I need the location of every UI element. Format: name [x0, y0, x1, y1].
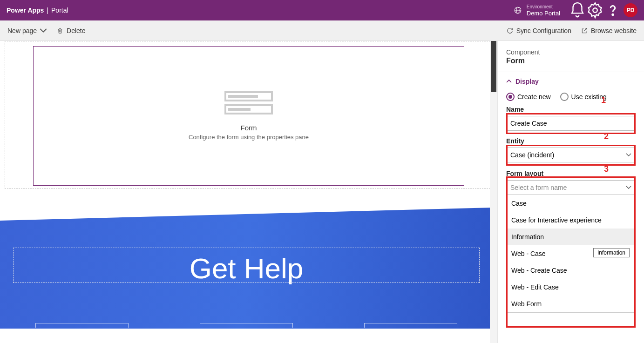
avatar[interactable]: PD	[624, 3, 637, 17]
form-layout-option[interactable]: Web - CaseInformation	[507, 245, 635, 262]
hero-text-zone[interactable]	[13, 248, 480, 283]
canvas-scrollbar[interactable]	[490, 41, 497, 343]
page-title: Portal	[51, 7, 68, 14]
form-layout-placeholder: Select a form name	[510, 184, 567, 191]
display-label: Display	[515, 78, 539, 85]
sync-button[interactable]: Sync Configuration	[502, 20, 576, 40]
help-button[interactable]	[604, 0, 622, 20]
svg-point-3	[593, 8, 597, 13]
question-icon	[604, 1, 622, 19]
component-value: Form	[506, 57, 636, 65]
form-layout-option[interactable]: Web - Edit Case	[507, 279, 635, 296]
radio-use-existing[interactable]: Use existing	[560, 93, 607, 101]
name-input[interactable]	[506, 116, 636, 131]
form-icon	[224, 91, 273, 114]
canvas-section[interactable]: Form Configure the form using the proper…	[5, 41, 493, 189]
form-component[interactable]: Form Configure the form using the proper…	[33, 46, 464, 186]
svg-point-4	[612, 14, 614, 15]
tooltip: Information	[593, 248, 630, 257]
delete-label: Delete	[67, 27, 85, 34]
hero-section[interactable]: Get Help	[0, 208, 493, 329]
globe-icon	[514, 6, 522, 14]
command-bar: New page Delete Sync Configuration Brows…	[0, 20, 644, 41]
gear-icon	[586, 1, 604, 19]
name-label: Name	[506, 106, 636, 113]
radio-create-new[interactable]: Create new	[506, 93, 551, 101]
new-page-label: New page	[7, 27, 37, 34]
brand-divider: |	[47, 7, 48, 14]
chevron-up-icon	[506, 79, 512, 84]
component-label: Component	[506, 48, 636, 56]
new-page-button[interactable]: New page	[3, 20, 52, 40]
refresh-icon	[506, 27, 514, 34]
trash-icon	[56, 27, 64, 34]
brand: Power Apps	[7, 7, 44, 14]
entity-label: Entity	[506, 137, 636, 145]
form-layout-option[interactable]: Information	[507, 229, 635, 245]
properties-panel: Component Form Display Create new Use ex…	[497, 41, 644, 343]
entity-value: Case (incident)	[510, 151, 554, 159]
settings-button[interactable]	[586, 0, 604, 20]
app-header: Power Apps | Portal Environment Demo Por…	[0, 0, 644, 20]
scrollbar-thumb[interactable]	[491, 41, 496, 92]
entity-select[interactable]: Case (incident)	[506, 148, 636, 162]
chevron-down-icon	[40, 27, 47, 34]
env-value: Demo Portal	[527, 10, 560, 17]
form-layout-select[interactable]: Select a form name	[506, 180, 636, 195]
form-layout-option[interactable]: Case	[507, 195, 635, 212]
sync-label: Sync Configuration	[516, 27, 571, 34]
chevron-down-icon	[626, 152, 631, 158]
form-layout-option[interactable]: Web - Create Case	[507, 262, 635, 279]
chevron-down-icon	[626, 185, 631, 190]
radio-use-label: Use existing	[571, 93, 607, 101]
radio-create-label: Create new	[517, 93, 551, 101]
notifications-button[interactable]	[569, 0, 586, 20]
form-layout-label: Form layout	[506, 170, 636, 177]
form-layout-option[interactable]: Web Form	[507, 296, 635, 312]
bell-icon	[569, 1, 586, 19]
design-canvas[interactable]: Form Configure the form using the proper…	[0, 41, 497, 343]
browse-button[interactable]: Browse website	[576, 20, 641, 40]
external-link-icon	[581, 27, 588, 34]
env-label: Environment	[527, 4, 560, 10]
browse-label: Browse website	[591, 27, 637, 34]
environment-picker[interactable]: Environment Demo Portal	[514, 4, 560, 17]
form-title: Form	[241, 124, 257, 132]
form-layout-dropdown: CaseCase for Interactive experienceInfor…	[506, 195, 636, 313]
display-section-toggle[interactable]: Display	[506, 78, 636, 85]
hero-button-row	[0, 323, 493, 328]
form-subtitle: Configure the form using the properties …	[189, 134, 309, 141]
delete-button[interactable]: Delete	[52, 20, 90, 40]
form-layout-option[interactable]: Case for Interactive experience	[507, 212, 635, 229]
